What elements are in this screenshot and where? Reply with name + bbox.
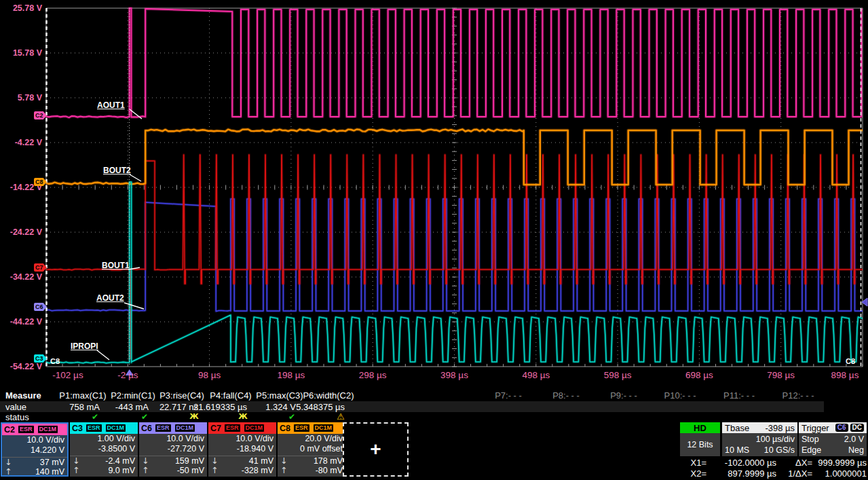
fall-arrow-icon: ↓ bbox=[142, 456, 149, 466]
coupling-badge-esr: ESR bbox=[86, 424, 102, 432]
plus-icon: + bbox=[370, 440, 381, 459]
channel-offset: -3.8500 V bbox=[70, 444, 138, 454]
measure-param-header-6[interactable]: P6:width(C2) bbox=[303, 390, 354, 401]
measure-value-5: 1.324 V bbox=[265, 402, 296, 412]
timebase-rate: 10 GS/s bbox=[764, 445, 795, 456]
channel-header-C7: C7ESRDC1M bbox=[208, 422, 276, 434]
x-axis-label: 798 µs bbox=[767, 370, 795, 380]
measure-status-gate-icon: Ж bbox=[189, 412, 198, 422]
channel-offset: -27.720 V bbox=[139, 444, 207, 454]
timebase-samples: 10 MS bbox=[725, 445, 749, 456]
timebase-position: -398 µs bbox=[765, 423, 795, 433]
channel-fall-value: 159 mV bbox=[175, 456, 204, 466]
y-axis-label: -4.22 V bbox=[1, 138, 42, 147]
channel-rise-value: -328 mV bbox=[242, 466, 273, 475]
channel-box-C3[interactable]: C3ESRDC1M1.00 V/div-3.8500 V↓-2.4 mV↑9.0… bbox=[70, 422, 138, 477]
measure-param-header-10[interactable]: P10:- - - bbox=[664, 390, 696, 401]
coupling-badge-dc1m: DC1M bbox=[244, 424, 265, 432]
channel-name: C6 bbox=[141, 424, 152, 433]
x-axis-label: 698 µs bbox=[685, 370, 713, 380]
measure-param-header-11[interactable]: P11:- - - bbox=[723, 390, 755, 401]
x-axis-label: 498 µs bbox=[522, 370, 550, 380]
x-axis-label: -2 µs bbox=[117, 370, 138, 380]
channel-rise-value: -50 mV bbox=[177, 466, 204, 475]
channel-rise-value: 140 mV bbox=[35, 467, 64, 477]
waveform-display bbox=[0, 0, 868, 387]
measure-status-gate-icon: Ж bbox=[238, 412, 247, 422]
channel-minmax: ↓37 mV↑140 mV bbox=[2, 457, 67, 477]
x2-label: X2= bbox=[679, 468, 706, 480]
trigger-source-badge: C6 bbox=[835, 424, 848, 432]
channel-fall-value: 178 mV bbox=[314, 456, 343, 466]
dx-label: ΔX= bbox=[776, 458, 812, 468]
y-axis-label: -54.22 V bbox=[1, 362, 42, 371]
trace-name-label-aout2: AOUT2 bbox=[96, 293, 124, 303]
x-axis-label: 98 µs bbox=[198, 370, 221, 380]
measure-status-ok-icon: ✔ bbox=[288, 412, 295, 422]
channel-fall-value: 41 mV bbox=[249, 456, 273, 466]
grid-corner-channel-left: C8 bbox=[50, 357, 60, 365]
hd-bits: 12 Bits bbox=[680, 433, 720, 456]
measure-status-ok-icon: ✔ bbox=[92, 412, 98, 422]
trace-label-arrow bbox=[97, 350, 109, 360]
add-measurement-box[interactable]: + bbox=[343, 422, 409, 477]
rise-arrow-icon: ↑ bbox=[73, 466, 79, 475]
channel-name: C7 bbox=[210, 424, 221, 433]
channel-fall-value: 37 mV bbox=[40, 458, 64, 467]
x2-value: 897.9999 µs bbox=[706, 468, 776, 480]
measure-param-header-2[interactable]: P2:min(C1) bbox=[111, 390, 155, 401]
channel-scale: 10.0 V/div bbox=[2, 435, 67, 445]
fall-arrow-icon: ↓ bbox=[280, 456, 287, 466]
measure-value-6: 5.348375 µs bbox=[296, 402, 345, 412]
x1-label: X1= bbox=[679, 458, 706, 468]
measure-param-header-5[interactable]: P5:max(C3) bbox=[256, 390, 303, 401]
trace-name-label-ipropi: IPROPI bbox=[71, 341, 98, 351]
measure-param-header-1[interactable]: P1:max(C1) bbox=[59, 390, 106, 401]
timebase-box[interactable]: Tbase -398 µs 100 µs/div 10 MS 10 GS/s bbox=[722, 422, 797, 456]
inv-dx-value: 1.0000001 kHz bbox=[812, 468, 867, 480]
channel-box-C7[interactable]: C7ESRDC1M10.0 V/div-18.940 V↓41 mV↑-328 … bbox=[208, 422, 276, 477]
channel-box-C2[interactable]: C2ESRDC1M10.0 V/div14.220 V↓37 mV↑140 mV bbox=[1, 422, 69, 477]
channel-minmax: ↓178 mV↑-80 mV bbox=[278, 456, 345, 475]
x-axis-label: 598 µs bbox=[604, 370, 632, 380]
trigger-box[interactable]: Trigger C6 DC Stop 2.0 V Edge Neg bbox=[799, 422, 867, 456]
channel-offset: 14.220 V bbox=[2, 445, 67, 456]
trace-glow-C2 bbox=[46, 8, 863, 117]
cursor-readout-x1: X1= -102.0000 µs ΔX= 999.9999 µs bbox=[679, 458, 867, 468]
measure-param-header-9[interactable]: P9:- - - bbox=[610, 390, 637, 401]
x-axis-label: 398 µs bbox=[440, 370, 468, 380]
channel-rise-value: -80 mV bbox=[316, 466, 343, 475]
coupling-badge-dc1m: DC1M bbox=[174, 424, 196, 432]
channel-fall-value: -2.4 mV bbox=[105, 456, 135, 466]
measure-param-header-7[interactable]: P7:- - - bbox=[495, 390, 522, 401]
trigger-mode: Stop bbox=[801, 434, 819, 445]
channel-name: C8 bbox=[280, 424, 290, 433]
fall-arrow-icon: ↓ bbox=[5, 458, 12, 467]
measure-param-header-3[interactable]: P3:rise(C4) bbox=[159, 390, 204, 401]
x-axis-label: -102 µs bbox=[52, 370, 83, 380]
hd-mode-header: HD bbox=[680, 422, 720, 433]
x1-value: -102.0000 µs bbox=[706, 458, 776, 468]
channel-scale: 20.0 V/div bbox=[278, 434, 345, 444]
cursor-readout-x2: X2= 897.9999 µs 1/ΔX= 1.0000001 kHz bbox=[679, 468, 867, 480]
measure-param-header-8[interactable]: P8:- - - bbox=[552, 390, 580, 401]
y-axis-label: -44.22 V bbox=[1, 317, 42, 327]
measure-param-header-12[interactable]: P12:- - - bbox=[782, 390, 814, 401]
channel-name: C2 bbox=[4, 425, 15, 435]
channel-scale: 1.00 V/div bbox=[70, 434, 138, 444]
x-axis-label: 298 µs bbox=[359, 370, 387, 380]
channel-box-C8[interactable]: C8ESRDC1M20.0 V/div0 mV offset↓178 mV↑-8… bbox=[278, 422, 345, 477]
oscilloscope-screen: 25.78 V15.78 V5.78 V-4.22 V-14.22 V-24.2… bbox=[0, 0, 868, 480]
measure-value-3: 22.717 ns bbox=[159, 402, 198, 412]
trigger-slope: Neg bbox=[848, 445, 864, 456]
measure-status-ok-icon: ✔ bbox=[141, 412, 148, 422]
trace-name-label-bout2: BOUT2 bbox=[103, 166, 131, 175]
measure-status-row-label: status bbox=[5, 412, 29, 422]
measure-param-header-4[interactable]: P4:fall(C4) bbox=[210, 390, 251, 401]
y-axis-label: 5.78 V bbox=[1, 93, 42, 103]
acquisition-hd-box[interactable]: HD 12 Bits bbox=[680, 422, 720, 456]
channel-box-C6[interactable]: C6ESRDC1M10.0 V/div-27.720 V↓159 mV↑-50 … bbox=[139, 422, 207, 477]
channel-header-C8: C8ESRDC1M bbox=[278, 422, 345, 434]
measure-value-2: -443 mA bbox=[115, 402, 149, 412]
grid-corner-channel-right: C8 bbox=[846, 357, 855, 365]
